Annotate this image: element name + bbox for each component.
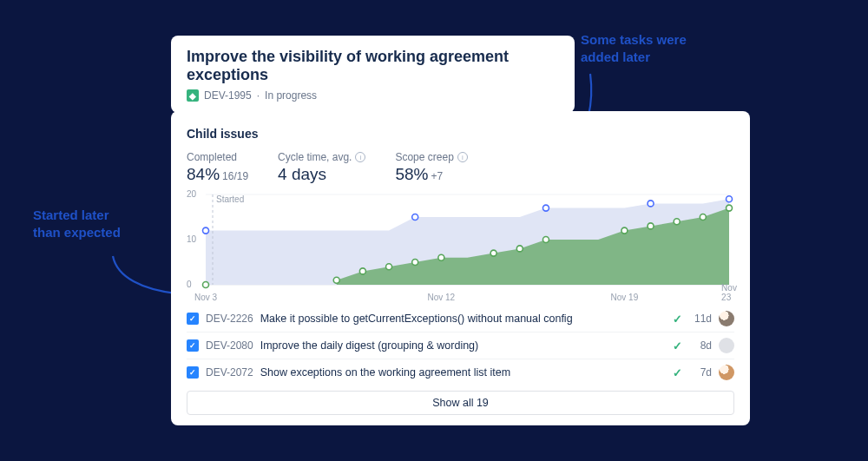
- task-icon: ✓: [187, 339, 199, 352]
- svg-point-5: [412, 214, 418, 221]
- stat-completed-sub: 16/19: [222, 170, 248, 182]
- stat-scope-sub: +7: [431, 170, 443, 182]
- info-icon[interactable]: i: [457, 152, 468, 162]
- stat-completed: Completed 84%16/19: [187, 151, 248, 184]
- stat-scope-value: 58%: [395, 165, 428, 183]
- stat-cycle-time: Cycle time, avg. i 4 days: [278, 151, 365, 184]
- svg-point-19: [648, 223, 654, 229]
- x-tick: Nov 3: [194, 293, 217, 302]
- check-icon: ✓: [673, 313, 682, 326]
- svg-point-20: [674, 219, 680, 225]
- svg-point-8: [727, 196, 733, 202]
- svg-point-4: [203, 227, 209, 234]
- annotation-started-later: Started later than expected: [33, 207, 137, 240]
- stat-completed-value: 84%: [187, 165, 220, 183]
- svg-point-16: [516, 246, 523, 252]
- svg-point-22: [727, 205, 733, 211]
- stat-scope-creep: Scope creep i 58%+7: [395, 151, 467, 184]
- epic-icon: ◆: [187, 89, 199, 102]
- issue-summary: Improve the daily digest (grouping & wor…: [260, 339, 666, 352]
- x-tick: Nov 12: [428, 293, 456, 302]
- issue-summary: Make it possible to getCurrentExceptions…: [260, 313, 666, 325]
- issue-key[interactable]: DEV-1995: [204, 89, 252, 102]
- stat-scope-label: Scope creep: [395, 151, 453, 163]
- started-label: Started: [216, 194, 244, 204]
- avatar: [719, 311, 734, 326]
- task-icon: ✓: [187, 366, 199, 379]
- table-row[interactable]: ✓ DEV-2226 Make it possible to getCurren…: [187, 306, 734, 332]
- issue-list: ✓ DEV-2226 Make it possible to getCurren…: [187, 306, 734, 385]
- burnup-chart: 01020Nov 3Nov 12Nov 19Nov 23Started: [187, 188, 734, 300]
- svg-point-10: [333, 277, 339, 283]
- child-issues-panel: Child issues Completed 84%16/19 Cycle ti…: [171, 111, 750, 425]
- issue-key[interactable]: DEV-2226: [206, 313, 253, 325]
- x-tick: Nov 23: [721, 283, 737, 302]
- task-icon: ✓: [187, 313, 199, 325]
- check-icon: ✓: [673, 339, 682, 352]
- panel-title: Child issues: [187, 127, 734, 141]
- info-icon[interactable]: i: [355, 152, 365, 162]
- y-tick: 10: [187, 234, 196, 244]
- svg-point-11: [359, 268, 365, 274]
- svg-point-13: [412, 260, 418, 266]
- check-icon: ✓: [673, 366, 682, 379]
- x-tick: Nov 19: [611, 293, 639, 302]
- svg-point-7: [648, 201, 654, 207]
- avatar: [719, 338, 734, 353]
- stat-cycle-value: 4 days: [278, 165, 365, 184]
- issue-duration: 7d: [689, 366, 712, 379]
- issue-duration: 8d: [689, 339, 712, 352]
- issue-key[interactable]: DEV-2072: [206, 366, 253, 379]
- svg-point-18: [621, 227, 628, 234]
- show-all-button[interactable]: Show all 19: [187, 391, 734, 415]
- svg-point-6: [542, 205, 549, 211]
- issue-duration: 11d: [689, 313, 712, 325]
- issue-title: Improve the visibility of working agreem…: [187, 48, 559, 84]
- issue-summary: Show exceptions on the working agreement…: [260, 366, 666, 379]
- stat-cycle-label: Cycle time, avg.: [278, 151, 352, 163]
- separator: ·: [257, 89, 260, 102]
- svg-point-15: [490, 250, 496, 256]
- svg-point-21: [700, 214, 706, 221]
- issue-header-card: Improve the visibility of working agreem…: [171, 36, 575, 113]
- y-tick: 0: [187, 280, 192, 289]
- stats-row: Completed 84%16/19 Cycle time, avg. i 4 …: [187, 151, 734, 184]
- svg-point-17: [542, 237, 549, 243]
- table-row[interactable]: ✓ DEV-2072 Show exceptions on the workin…: [187, 359, 734, 385]
- svg-point-14: [438, 254, 444, 260]
- svg-point-9: [203, 282, 209, 288]
- avatar: [719, 365, 734, 380]
- issue-key[interactable]: DEV-2080: [206, 339, 253, 352]
- stat-completed-label: Completed: [187, 151, 248, 163]
- y-tick: 20: [187, 189, 196, 199]
- table-row[interactable]: ✓ DEV-2080 Improve the daily digest (gro…: [187, 332, 734, 359]
- annotation-added-later: Some tasks were added later: [581, 31, 715, 65]
- issue-status: In progress: [265, 89, 317, 102]
- svg-point-12: [386, 264, 392, 270]
